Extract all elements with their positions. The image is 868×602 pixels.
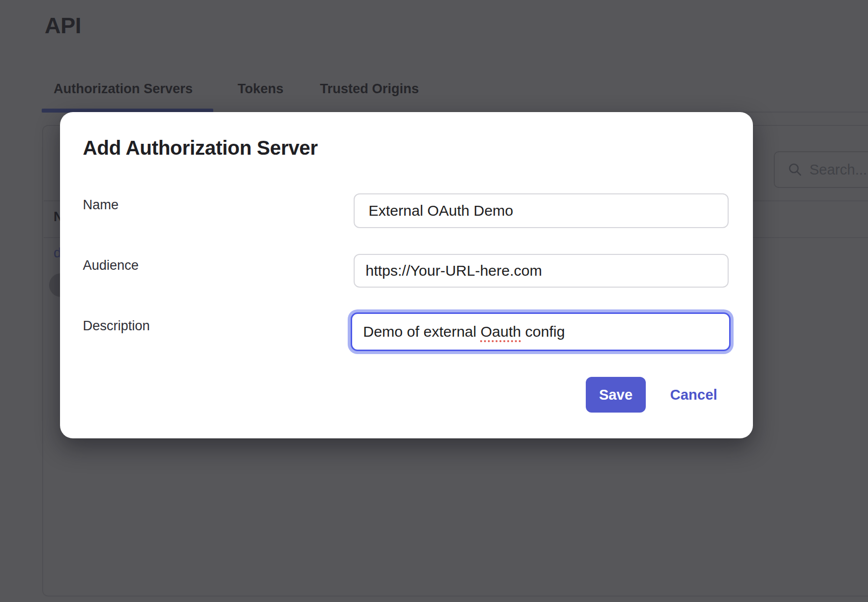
- app-window: API Authorization Servers Tokens Trusted…: [0, 0, 868, 602]
- description-label: Description: [83, 318, 150, 334]
- cancel-button[interactable]: Cancel: [670, 377, 717, 413]
- description-text-before: Demo of external: [363, 323, 481, 340]
- description-misspelled-word: Oauth: [481, 323, 521, 340]
- audience-field[interactable]: [354, 254, 729, 288]
- audience-label: Audience: [83, 258, 139, 273]
- name-field[interactable]: [354, 193, 729, 228]
- add-authorization-server-modal: Add Authorization Server Name Audience D…: [60, 112, 753, 438]
- save-button[interactable]: Save: [586, 377, 646, 413]
- modal-title: Add Authorization Server: [83, 137, 318, 159]
- name-label: Name: [83, 197, 119, 213]
- description-text-after: config: [521, 323, 565, 340]
- description-field[interactable]: Demo of external Oauth config: [351, 312, 731, 351]
